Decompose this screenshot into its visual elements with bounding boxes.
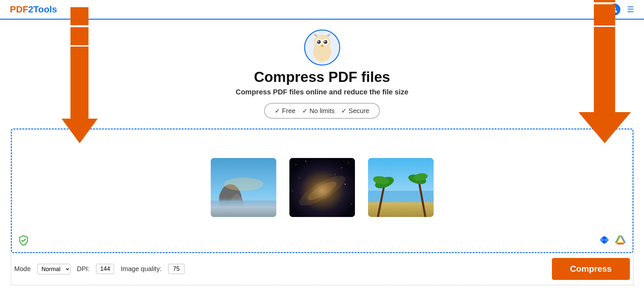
thumbnail-ocean [211,158,276,217]
left-rect-1 [70,7,88,25]
svg-point-22 [335,174,336,175]
svg-point-19 [305,161,306,162]
svg-point-7 [323,40,327,44]
logo[interactable]: PDF2Tools [10,4,57,15]
thumbnail-beach [368,158,434,217]
logo-tools2: Tools [33,4,57,14]
left-arrow-head [62,119,98,143]
svg-point-4 [317,40,321,44]
page-title: Compress PDF files [236,69,408,85]
right-rect-1 [594,0,615,2]
title-section: Compress PDF files Compress PDF files on… [236,69,408,96]
cloud-icons [599,234,626,246]
svg-rect-30 [368,191,434,204]
google-drive-icon[interactable] [615,234,626,246]
logo-tools: 2 [28,4,33,14]
svg-rect-15 [211,201,276,217]
mascot [304,30,340,66]
shield-icon [18,235,29,246]
svg-point-20 [342,167,342,168]
svg-point-25 [292,190,293,191]
main-content: Compress PDF files Compress PDF files on… [0,20,644,285]
dpi-label: DPI: [77,265,90,273]
right-arrow-body [594,27,615,112]
quality-value: 75 [168,264,185,274]
page-subtitle: Compress PDF files online and reduce the… [236,88,408,96]
svg-point-5 [318,41,319,42]
thumbnails-area [211,158,434,217]
svg-point-16 [224,178,263,191]
features-badge: ✓ Free ✓ No limits ✓ Secure [264,103,380,119]
drop-zone[interactable] [11,128,634,253]
svg-point-14 [230,194,244,217]
svg-point-8 [324,41,325,42]
dropbox-icon[interactable] [599,234,610,246]
svg-marker-45 [616,243,624,245]
right-rect-2 [594,4,615,26]
right-arrow-head [578,112,631,143]
logo-pdf: PDF [10,4,28,14]
thumbnail-galaxy [289,158,355,217]
dpi-value: 144 [96,264,114,274]
mascot-area [304,30,340,66]
quality-label: Image quality: [121,265,162,273]
feature-free: ✓ Free [275,107,296,115]
left-arrow-body [70,47,88,119]
feature-secure: ✓ Secure [341,107,369,115]
svg-point-26 [351,204,352,204]
drop-zone-wrapper: Mode Normal Low High Custom DPI: 144 Ima… [11,128,634,285]
mode-label: Mode [14,265,31,273]
compress-button[interactable]: Compress [552,258,630,280]
svg-point-24 [344,184,345,185]
bottom-controls: Mode Normal Low High Custom DPI: 144 Ima… [11,253,634,285]
left-arrow-decoration [62,7,98,143]
svg-point-23 [299,177,300,178]
svg-point-21 [348,163,349,163]
security-area [18,235,29,246]
feature-no-limits: ✓ No limits [302,107,335,115]
right-arrow-decoration [578,0,631,143]
controls-left: Mode Normal Low High Custom DPI: 144 Ima… [14,264,185,274]
left-rect-2 [70,27,88,45]
svg-point-18 [296,164,296,165]
mode-select[interactable]: Normal Low High Custom [37,264,70,274]
